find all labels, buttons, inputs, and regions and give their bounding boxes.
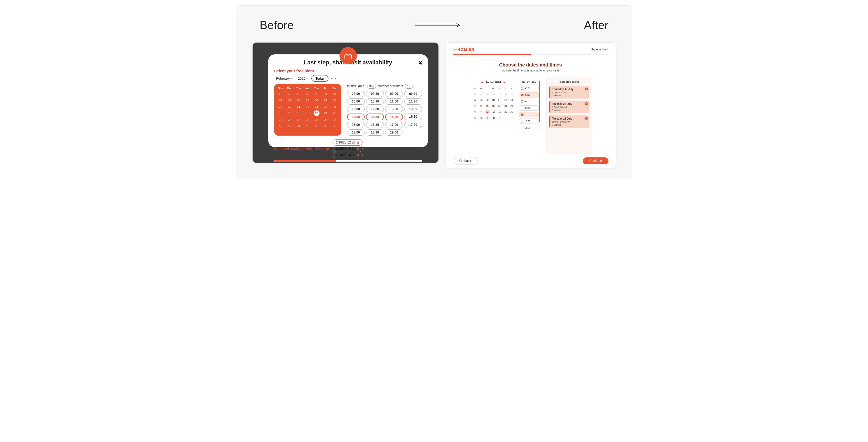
time-slot[interactable]: 11:00 (519, 125, 539, 130)
day-cell[interactable]: 23 (491, 109, 496, 115)
day-cell[interactable]: 14 (478, 103, 484, 109)
scrollbar[interactable] (539, 81, 540, 122)
day-cell[interactable]: 05 (502, 91, 508, 97)
day-cell[interactable]: 08 (478, 97, 484, 103)
remove-slot-icon[interactable]: ✕ (585, 117, 588, 120)
time-chip[interactable]: 12:30 (366, 106, 384, 112)
day-cell[interactable]: 06 (312, 97, 321, 104)
remove-slot-icon[interactable]: ✕ (585, 88, 588, 90)
time-chip[interactable]: 14:30 (366, 114, 384, 120)
close-icon[interactable]: ✕ (418, 60, 423, 66)
day-cell[interactable]: 12 (303, 104, 312, 110)
time-chip[interactable]: 09:30 (404, 91, 422, 97)
day-cell[interactable]: 01 (330, 91, 339, 97)
today-button[interactable]: Today (311, 75, 329, 82)
day-cell[interactable]: 26 (276, 91, 285, 97)
time-slot[interactable]: 08:00 (519, 86, 539, 91)
day-cell[interactable]: 11 (496, 97, 502, 103)
day-cell[interactable]: 05 (303, 97, 312, 104)
day-cell[interactable]: 28 (321, 117, 330, 123)
day-cell[interactable]: 16 (276, 110, 285, 117)
day-cell[interactable]: 29 (303, 91, 312, 97)
day-cell[interactable]: 08 (330, 123, 339, 129)
time-chip[interactable]: 16:00 (347, 122, 365, 128)
time-chip[interactable]: 08:00 (347, 91, 365, 97)
visitors-select[interactable]: 1 ▾ (405, 84, 413, 89)
day-cell[interactable]: 09 (485, 97, 490, 103)
time-chip[interactable]: 17:00 (385, 122, 403, 128)
day-cell[interactable]: 30 (312, 91, 321, 97)
day-cell[interactable]: 04 (294, 123, 303, 129)
day-cell[interactable]: 27 (472, 115, 478, 121)
caret-down-icon[interactable]: ▼ (334, 77, 337, 80)
day-cell[interactable]: 02 (276, 97, 285, 104)
day-cell[interactable]: 07 (472, 97, 478, 103)
day-cell[interactable]: 02 (276, 123, 285, 129)
day-cell[interactable]: 05 (303, 123, 312, 129)
time-slot[interactable]: 09:00 (519, 99, 539, 104)
time-chip[interactable]: 09:00 (385, 91, 403, 97)
day-cell[interactable]: 10 (285, 104, 294, 110)
day-cell[interactable]: 02 (508, 115, 514, 121)
day-cell[interactable]: 01 (330, 117, 339, 123)
caret-up-icon[interactable]: ▲ (330, 77, 333, 80)
interval-select[interactable]: 30▾ (367, 84, 376, 89)
day-cell[interactable]: 29 (485, 115, 490, 121)
day-cell[interactable]: 01 (478, 91, 484, 97)
time-chip[interactable]: 19:00 (385, 129, 403, 136)
day-cell[interactable]: 03 (491, 91, 496, 97)
day-cell[interactable]: 27 (285, 91, 294, 97)
day-cell[interactable]: 03 (285, 123, 294, 129)
day-cell[interactable]: 30 (491, 115, 496, 121)
day-cell[interactable]: 21 (321, 110, 330, 117)
day-cell[interactable]: 06 (508, 91, 514, 97)
month-select[interactable]: February▾ (274, 76, 294, 82)
day-cell[interactable]: 01 (502, 115, 508, 121)
day-cell[interactable]: 30 (472, 91, 478, 97)
day-cell[interactable]: 23 (276, 117, 285, 123)
day-cell[interactable]: 19 (508, 103, 514, 109)
save-draft-link[interactable]: Save as draft (591, 48, 608, 51)
day-cell[interactable]: 09 (276, 104, 285, 110)
day-cell[interactable]: 20 (472, 109, 478, 115)
day-cell[interactable]: 14 (321, 104, 330, 110)
day-cell[interactable]: 26 (508, 109, 514, 115)
trash-icon[interactable]: 🗑 (357, 147, 360, 150)
day-cell[interactable]: 07 (321, 97, 330, 104)
day-cell[interactable]: 28 (294, 91, 303, 97)
day-cell[interactable]: 31 (496, 115, 502, 121)
day-cell[interactable]: 16 (491, 103, 496, 109)
time-slot[interactable]: 09:30 (519, 106, 539, 111)
day-cell[interactable]: 24 (496, 109, 502, 115)
day-cell[interactable]: 07 (321, 123, 330, 129)
time-chip[interactable]: 11:30 (404, 98, 422, 105)
day-cell[interactable]: 18 (294, 110, 303, 117)
time-chip[interactable]: 13:30 (404, 106, 422, 112)
day-cell[interactable]: 17 (285, 110, 294, 117)
time-chip[interactable]: 12:00 (347, 106, 365, 112)
day-cell[interactable]: 27 (312, 117, 321, 123)
time-chip[interactable]: 18:00 (347, 129, 365, 136)
remove-slot-icon[interactable]: ✕ (585, 102, 588, 105)
chevron-right-icon[interactable]: ▶ (503, 81, 505, 84)
time-chip[interactable]: 16:30 (366, 122, 384, 128)
day-cell[interactable]: 04 (294, 97, 303, 104)
day-cell[interactable]: 13 (312, 104, 321, 110)
day-cell[interactable]: 21 (478, 109, 484, 115)
time-chip[interactable]: 13:00 (385, 106, 403, 112)
year-select[interactable]: 2025▾ (296, 76, 310, 82)
time-chip[interactable]: 17:30 (404, 122, 422, 128)
time-chip[interactable]: 15:00 (385, 114, 403, 120)
day-cell[interactable]: 12 (502, 97, 508, 103)
chevron-left-icon[interactable]: ◀ (481, 81, 483, 84)
day-cell[interactable]: 13 (472, 103, 478, 109)
day-cell[interactable]: 22 (330, 110, 339, 117)
day-cell[interactable]: 25 (294, 117, 303, 123)
time-chip[interactable]: 10:30 (366, 98, 384, 105)
trash-icon[interactable]: 🗑 (357, 141, 360, 144)
day-cell[interactable]: 24 (285, 117, 294, 123)
day-cell[interactable]: 13 (508, 97, 514, 103)
day-cell[interactable]: 11 (294, 104, 303, 110)
day-cell[interactable]: 17 (496, 103, 502, 109)
day-cell[interactable]: 15 (330, 104, 339, 110)
